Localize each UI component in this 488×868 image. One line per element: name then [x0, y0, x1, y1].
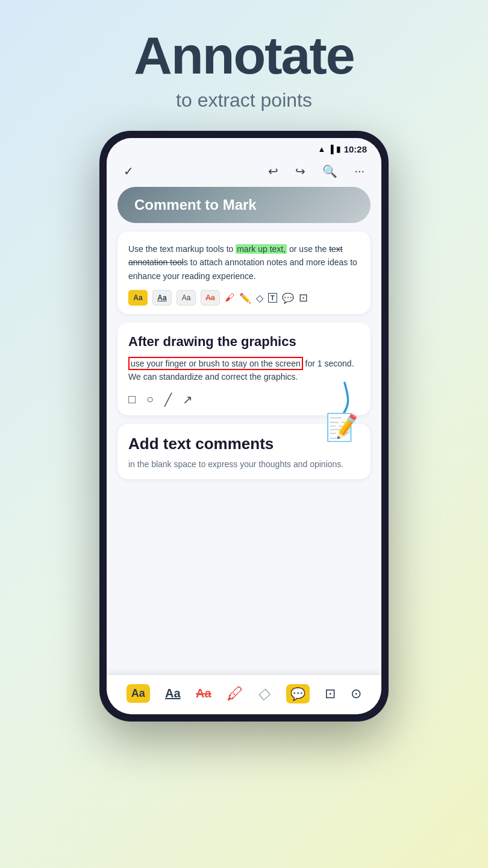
comment-banner[interactable]: Comment to Mark	[117, 187, 371, 223]
more-icon[interactable]: ···	[352, 162, 367, 181]
markup-aa-plain1[interactable]: Aa	[152, 290, 172, 306]
check-icon[interactable]: ✓	[121, 162, 136, 181]
tool-eraser-button[interactable]: ◇	[258, 684, 271, 703]
comment-banner-text: Comment to Mark	[134, 197, 257, 213]
markup-aa-plain2[interactable]: Aa	[177, 290, 196, 306]
comments-card: 📝 Add text comments in the blank space t…	[117, 424, 371, 479]
markup-aa-plain3[interactable]: Aa	[201, 290, 220, 306]
bottom-toolbar: Aa Aa Aa 🖊 ◇ 💬 ⊡ ⊙	[107, 675, 381, 714]
arrow-icon[interactable]: ↗	[183, 392, 193, 407]
tool-underline-aa[interactable]: Aa	[165, 687, 181, 700]
status-time: 10:28	[344, 144, 367, 154]
phone-mockup: ▲ ▐ ▮ 10:28 ✓ ↩ ↪ 🔍 ··· Comment to Mark	[99, 131, 389, 722]
search-icon[interactable]: 🔍	[320, 162, 340, 181]
content-area: Comment to Mark Use the text markup tool…	[107, 187, 381, 714]
highlight-text: mark up text,	[236, 244, 287, 254]
sticky-note-icon: 📝	[325, 412, 358, 443]
battery-icon: ▮	[336, 145, 340, 154]
hero-subtitle: to extract points	[176, 89, 312, 112]
card3-body: in the blank space to express your thoug…	[128, 458, 360, 471]
markup-aa-yellow[interactable]: Aa	[128, 290, 148, 306]
redo-icon[interactable]: ↪	[293, 162, 308, 181]
markup-toolbar: Aa Aa Aa Aa 🖌 ✏️ ◇ T 💬 ⊡	[128, 290, 360, 306]
boxed-text: use your finger or brush to stay on the …	[128, 357, 303, 370]
tool-copy-button[interactable]: ⊡	[325, 686, 336, 702]
rectangle-icon[interactable]: □	[128, 392, 136, 406]
tool-strikethrough-aa[interactable]: Aa	[196, 687, 211, 700]
wifi-icon: ▲	[318, 145, 326, 154]
text-box-icon[interactable]: T	[268, 293, 277, 303]
tool-comment-button[interactable]: 💬	[286, 684, 310, 703]
eraser-icon[interactable]: ◇	[256, 292, 263, 304]
comment-icon[interactable]: 💬	[282, 292, 294, 304]
nav-bar: ✓ ↩ ↪ 🔍 ···	[107, 158, 381, 187]
hero-title: Annotate	[134, 29, 354, 82]
brush-orange-icon[interactable]: ✏️	[239, 292, 251, 304]
phone-screen: ▲ ▐ ▮ 10:28 ✓ ↩ ↪ 🔍 ··· Comment to Mark	[107, 138, 381, 714]
card1-text: Use the text markup tools to mark up tex…	[128, 242, 360, 283]
tool-highlight-aa[interactable]: Aa	[127, 684, 150, 703]
drawing-card: After drawing the graphics use your fing…	[117, 322, 371, 415]
line-icon[interactable]: ╱	[164, 392, 172, 407]
circle-icon[interactable]: ○	[146, 392, 154, 406]
copy-icon2[interactable]: ⊡	[299, 291, 308, 304]
status-icons: ▲ ▐ ▮	[318, 145, 340, 154]
undo-icon[interactable]: ↩	[266, 162, 281, 181]
brush-red-icon[interactable]: 🖌	[225, 292, 234, 303]
signal-icon: ▐	[328, 145, 333, 154]
text-markup-card: Use the text markup tools to mark up tex…	[117, 231, 371, 314]
tool-marker-button[interactable]: 🖊	[227, 684, 243, 703]
status-bar: ▲ ▐ ▮ 10:28	[107, 138, 381, 158]
card2-title: After drawing the graphics	[128, 333, 360, 351]
tool-settings-button[interactable]: ⊙	[351, 686, 361, 702]
nav-right-icons: ↩ ↪ 🔍 ···	[266, 162, 367, 181]
